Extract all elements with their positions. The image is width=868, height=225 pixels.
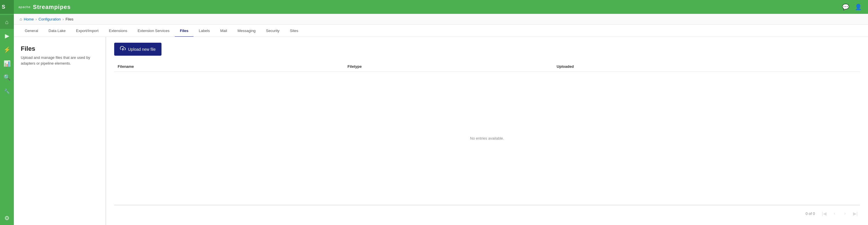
last-page-icon: ▶| (853, 211, 858, 216)
file-table: Filename Filetype Uploaded No entries av… (114, 61, 860, 205)
prev-page-icon: ‹ (834, 211, 835, 216)
table-empty-row: No entries available. (114, 72, 860, 205)
tab-bar: General Data Lake Export/Import Extensio… (14, 25, 868, 37)
tab-mail[interactable]: Mail (215, 25, 232, 37)
file-table-wrapper: Filename Filetype Uploaded No entries av… (114, 61, 860, 205)
tab-export-import[interactable]: Export/Import (71, 25, 104, 37)
account-button[interactable]: 👤 (853, 2, 863, 12)
sidebar-item-settings[interactable]: ⚙ (0, 211, 14, 225)
empty-message: No entries available. (114, 72, 860, 205)
sidebar-item-assets[interactable]: 🔧 (0, 84, 14, 98)
chat-icon: 💬 (842, 3, 849, 10)
sidebar-item-connect[interactable]: ⚡ (0, 43, 14, 57)
breadcrumb-config-link[interactable]: Configuration (39, 17, 61, 21)
robot-icon: 🔧 (4, 89, 10, 94)
tab-general[interactable]: General (20, 25, 43, 37)
gear-icon: ⚙ (4, 215, 9, 222)
app-logo[interactable]: S (0, 0, 14, 14)
table-body: No entries available. (114, 72, 860, 205)
breadcrumb-sep2: › (63, 17, 64, 21)
app-subtitle: apache (19, 5, 31, 9)
next-page-icon: › (844, 211, 845, 216)
sidebar-item-home[interactable]: ⌂ (0, 15, 14, 29)
pagination-prev-button[interactable]: ‹ (830, 209, 839, 218)
pagination-next-button[interactable]: › (840, 209, 849, 218)
svg-text:S: S (2, 4, 5, 10)
tab-extension-services[interactable]: Extension Services (132, 25, 175, 37)
topbar-right: 💬 👤 (840, 2, 863, 12)
topbar: apache Streampipes 💬 👤 (14, 0, 868, 14)
page-description: Upload and manage files that are used by… (21, 55, 99, 66)
sidebar-item-pipelines[interactable]: ▶ (0, 29, 14, 43)
pagination-first-button[interactable]: |◀ (819, 209, 829, 218)
col-uploaded: Uploaded (553, 61, 791, 72)
breadcrumb-current: Files (65, 17, 73, 21)
tab-messaging[interactable]: Messaging (232, 25, 261, 37)
pagination-last-button[interactable]: ▶| (851, 209, 860, 218)
table-header-row: Filename Filetype Uploaded (114, 61, 860, 72)
tab-files[interactable]: Files (175, 25, 194, 37)
app-name: Streampipes (33, 4, 71, 10)
breadcrumb: ⌂ Home › Configuration › Files (14, 14, 868, 25)
upload-new-file-button[interactable]: Upload new file (114, 43, 161, 56)
tab-security[interactable]: Security (261, 25, 285, 37)
pagination-info: 0 of 0 (805, 212, 815, 216)
table-header: Filename Filetype Uploaded (114, 61, 860, 72)
right-panel: Upload new file Filename Filetype Upload… (106, 37, 868, 225)
page-body: Files Upload and manage files that are u… (14, 37, 868, 225)
first-page-icon: |◀ (822, 211, 827, 216)
page-title: Files (21, 45, 99, 53)
sidebar: S ⌂ ▶ ⚡ 📊 🔍 🔧 ⚙ (0, 0, 14, 225)
upload-cloud-icon (120, 45, 126, 53)
col-actions (791, 61, 860, 72)
search-icon: 🔍 (3, 74, 11, 81)
tab-extensions[interactable]: Extensions (104, 25, 133, 37)
tab-sites[interactable]: Sites (285, 25, 303, 37)
col-filetype: Filetype (344, 61, 553, 72)
tab-labels[interactable]: Labels (193, 25, 215, 37)
home-icon: ⌂ (5, 19, 9, 25)
breadcrumb-home-icon: ⌂ (20, 17, 22, 21)
breadcrumb-sep1: › (35, 17, 37, 21)
main-content: apache Streampipes 💬 👤 ⌂ Home › Configur… (14, 0, 868, 225)
plug-icon: ⚡ (3, 46, 11, 53)
breadcrumb-home-link[interactable]: Home (24, 17, 34, 21)
col-filename: Filename (114, 61, 344, 72)
play-icon: ▶ (5, 32, 9, 39)
left-panel: Files Upload and manage files that are u… (14, 37, 106, 225)
sidebar-item-search[interactable]: 🔍 (0, 70, 14, 84)
upload-button-label: Upload new file (128, 47, 156, 52)
account-icon: 👤 (855, 3, 862, 10)
messages-button[interactable]: 💬 (840, 2, 851, 12)
tab-data-lake[interactable]: Data Lake (43, 25, 71, 37)
sidebar-item-dashboard[interactable]: 📊 (0, 57, 14, 70)
pagination: 0 of 0 |◀ ‹ › ▶| (114, 205, 860, 219)
chart-icon: 📊 (3, 60, 11, 67)
